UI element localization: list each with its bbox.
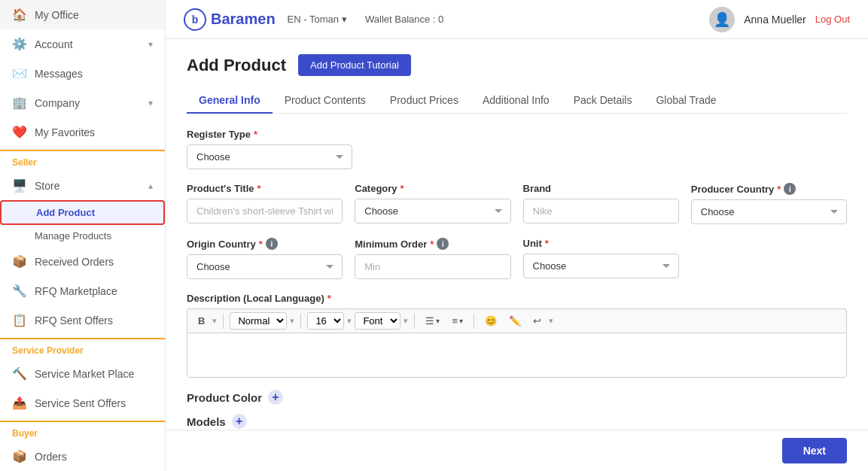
wallet-balance: Wallet Balance : 0 — [365, 14, 443, 25]
sidebar-item-rfq-marketplace[interactable]: 🔧 RFQ Marketplace — [0, 276, 165, 305]
unit-select[interactable]: Choose — [523, 254, 679, 278]
chevron-down-icon: ▾ — [212, 316, 217, 326]
models-label: Models — [187, 415, 226, 428]
producer-country-group: Producer Country * i Choose — [691, 183, 847, 224]
main-area: b Baramen EN - Toman ▾ Wallet Balance : … — [166, 0, 868, 471]
sidebar-item-orders[interactable]: 📦 Orders — [0, 442, 165, 471]
tab-product-contents[interactable]: Product Contents — [273, 88, 378, 114]
tutorial-button[interactable]: Add Product Tutorial — [298, 54, 411, 76]
producer-country-label: Producer Country * i — [691, 183, 847, 195]
info-icon[interactable]: i — [266, 238, 278, 250]
minimum-order-input[interactable] — [355, 254, 510, 279]
header-right: 👤 Anna Mueller Log Out — [709, 7, 850, 32]
chevron-down-icon: ▾ — [342, 14, 347, 25]
sidebar-item-manage-products[interactable]: Manage Products — [0, 225, 165, 247]
description-toolbar: B ▾ Normal ▾ 16 ▾ Font ▾ ☰ ▾ ≡ ▾ — [187, 308, 847, 333]
sidebar-item-my-favorites[interactable]: ❤️ My Favorites — [0, 117, 165, 147]
category-label: Category * — [355, 183, 510, 194]
unit-group: Unit * Choose — [523, 238, 679, 279]
sidebar-item-account[interactable]: ⚙️ Account ▾ — [0, 29, 165, 59]
avatar: 👤 — [709, 7, 735, 32]
sidebar-item-service-marketplace[interactable]: 🔨 Service Market Place — [0, 359, 165, 388]
sidebar-item-my-office[interactable]: 🏠 My Office — [0, 0, 165, 29]
required-star: * — [777, 184, 781, 195]
sidebar-item-company[interactable]: 🏢 Company ▾ — [0, 88, 165, 117]
required-star: * — [545, 238, 549, 249]
sidebar-item-label: My Favorites — [35, 126, 95, 138]
tab-pack-details[interactable]: Pack Details — [562, 88, 644, 114]
store-icon: 🖥️ — [12, 178, 27, 193]
next-button[interactable]: Next — [782, 438, 847, 463]
sidebar-item-rfq-sent-offers[interactable]: 📋 RFQ Sent Offers — [0, 305, 165, 335]
list-button[interactable]: ☰ ▾ — [421, 314, 444, 328]
sidebar-item-messages[interactable]: ✉️ Messages — [0, 59, 165, 88]
sidebar-item-received-orders[interactable]: 📦 Received Orders — [0, 247, 165, 276]
origin-row: Origin Country * i Choose Minimum Order … — [187, 238, 847, 279]
brand-input[interactable] — [523, 199, 679, 223]
required-star: * — [254, 129, 257, 140]
description-input[interactable] — [187, 333, 847, 378]
sidebar-item-add-product[interactable]: Add Product — [0, 200, 165, 225]
logout-button[interactable]: Log Out — [815, 14, 850, 25]
sidebar-subitem-label: Add Product — [36, 207, 95, 218]
font-size-select[interactable]: 16 — [307, 312, 344, 330]
account-icon: ⚙️ — [12, 37, 27, 51]
product-title-input[interactable] — [187, 199, 343, 223]
origin-country-select[interactable]: Choose — [187, 254, 343, 279]
producer-country-select[interactable]: Choose — [691, 199, 847, 224]
sidebar-item-label: Service Sent Offers — [35, 397, 126, 409]
description-label: Description (Local Language) * — [187, 293, 847, 304]
chevron-down-icon: ▾ — [347, 316, 352, 326]
align-button[interactable]: ≡ ▾ — [447, 314, 468, 328]
sidebar-item-label: Account — [35, 38, 73, 50]
highlight-button[interactable]: ✏️ — [504, 314, 525, 328]
sidebar-item-label: Service Market Place — [35, 368, 134, 380]
add-model-icon[interactable]: + — [232, 414, 247, 429]
register-type-label: Register Type * — [187, 129, 847, 140]
register-type-select-wrap: Choose — [187, 144, 352, 169]
sidebar-item-service-sent-offers[interactable]: 📤 Service Sent Offers — [0, 388, 165, 418]
tab-product-prices[interactable]: Product Prices — [378, 88, 471, 114]
sidebar-item-store[interactable]: 🖥️ Store ▴ — [0, 171, 165, 200]
origin-country-group: Origin Country * i Choose — [187, 238, 343, 279]
sidebar-item-label: Messages — [35, 68, 83, 80]
service-provider-label: Service Provider — [0, 338, 165, 359]
font-select[interactable]: Font — [355, 312, 400, 330]
toolbar-divider — [300, 314, 301, 329]
info-icon[interactable]: i — [437, 238, 449, 250]
logo-text: Baramen — [211, 11, 276, 28]
chevron-down-icon: ▾ — [404, 316, 408, 326]
toolbar-divider — [223, 314, 224, 329]
product-color-section[interactable]: Product Color + — [187, 390, 847, 405]
tab-global-trade[interactable]: Global Trade — [644, 88, 728, 114]
language-selector[interactable]: EN - Toman ▾ — [288, 14, 347, 25]
style-select[interactable]: Normal — [230, 312, 287, 330]
page-title: Add Product — [187, 56, 286, 75]
register-type-select[interactable]: Choose — [187, 144, 352, 169]
toolbar-divider — [414, 314, 415, 329]
required-star: * — [430, 239, 434, 250]
category-select[interactable]: Choose — [355, 199, 510, 223]
minimum-order-group: Minimum Order * i — [355, 238, 510, 279]
sidebar-item-label: My Office — [35, 9, 79, 21]
add-color-icon[interactable]: + — [268, 390, 283, 405]
tab-additional-info[interactable]: Additional Info — [471, 88, 562, 114]
rfq-marketplace-icon: 🔧 — [12, 284, 27, 298]
undo-button[interactable]: ↩ — [528, 314, 546, 328]
seller-section-label: Seller — [0, 150, 165, 171]
models-section[interactable]: Models + — [187, 414, 847, 429]
minimum-order-label: Minimum Order * i — [355, 238, 510, 250]
tab-general-info[interactable]: General Info — [187, 88, 273, 114]
product-details-row: Product's Title * Category * Choose Bran… — [187, 183, 847, 224]
required-star: * — [400, 183, 404, 194]
product-title-group: Product's Title * — [187, 183, 343, 224]
emoji-button[interactable]: 😊 — [480, 314, 501, 328]
orders-icon: 📦 — [12, 449, 27, 463]
bold-button[interactable]: B — [193, 314, 209, 328]
sidebar-item-label: RFQ Sent Offers — [35, 315, 113, 327]
content-area: Add Product Add Product Tutorial General… — [166, 39, 868, 430]
chevron-down-icon: ▾ — [148, 39, 153, 50]
origin-country-label: Origin Country * i — [187, 238, 343, 250]
info-icon[interactable]: i — [784, 183, 796, 195]
sidebar: 🏠 My Office ⚙️ Account ▾ ✉️ Messages 🏢 C… — [0, 0, 166, 471]
